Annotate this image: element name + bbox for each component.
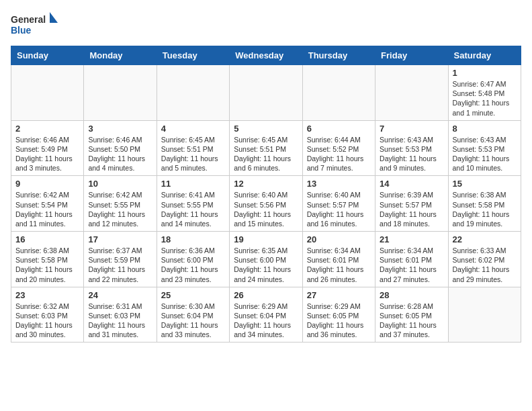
calendar-week-row: 1Sunrise: 6:47 AM Sunset: 5:48 PM Daylig…	[11, 65, 521, 121]
day-number: 27	[307, 290, 371, 300]
calendar-cell: 13Sunrise: 6:40 AM Sunset: 5:57 PM Dayli…	[302, 176, 375, 232]
calendar-cell: 5Sunrise: 6:45 AM Sunset: 5:51 PM Daylig…	[230, 120, 302, 176]
day-info: Sunrise: 6:29 AM Sunset: 6:04 PM Dayligh…	[234, 302, 298, 340]
day-info: Sunrise: 6:42 AM Sunset: 5:54 PM Dayligh…	[15, 190, 79, 228]
day-number: 28	[380, 290, 443, 300]
col-header-tuesday: Tuesday	[157, 46, 229, 65]
page-header: GeneralBlue	[11, 11, 521, 40]
col-header-thursday: Thursday	[302, 46, 375, 65]
day-number: 4	[161, 124, 225, 134]
day-info: Sunrise: 6:41 AM Sunset: 5:55 PM Dayligh…	[161, 190, 225, 228]
calendar-cell: 4Sunrise: 6:45 AM Sunset: 5:51 PM Daylig…	[157, 120, 229, 176]
day-number: 15	[453, 179, 517, 189]
calendar-cell: 26Sunrise: 6:29 AM Sunset: 6:04 PM Dayli…	[230, 287, 302, 342]
day-number: 2	[15, 124, 79, 134]
calendar-cell	[11, 65, 84, 121]
day-info: Sunrise: 6:34 AM Sunset: 6:01 PM Dayligh…	[307, 246, 371, 284]
calendar-week-row: 16Sunrise: 6:38 AM Sunset: 5:58 PM Dayli…	[11, 232, 521, 287]
day-info: Sunrise: 6:43 AM Sunset: 5:53 PM Dayligh…	[453, 135, 517, 173]
calendar-cell: 22Sunrise: 6:33 AM Sunset: 6:02 PM Dayli…	[448, 232, 521, 287]
calendar-cell	[302, 65, 375, 121]
svg-text:Blue: Blue	[11, 25, 32, 36]
day-info: Sunrise: 6:42 AM Sunset: 5:55 PM Dayligh…	[88, 190, 152, 228]
day-info: Sunrise: 6:46 AM Sunset: 5:50 PM Dayligh…	[88, 135, 152, 173]
calendar-cell: 27Sunrise: 6:29 AM Sunset: 6:05 PM Dayli…	[302, 287, 375, 342]
calendar-table: SundayMondayTuesdayWednesdayThursdayFrid…	[11, 46, 521, 342]
day-number: 5	[234, 124, 298, 134]
calendar-cell: 18Sunrise: 6:36 AM Sunset: 6:00 PM Dayli…	[157, 232, 229, 287]
calendar-cell: 21Sunrise: 6:34 AM Sunset: 6:01 PM Dayli…	[375, 232, 448, 287]
calendar-cell: 9Sunrise: 6:42 AM Sunset: 5:54 PM Daylig…	[11, 176, 84, 232]
day-info: Sunrise: 6:30 AM Sunset: 6:04 PM Dayligh…	[161, 302, 225, 340]
calendar-cell: 17Sunrise: 6:37 AM Sunset: 5:59 PM Dayli…	[84, 232, 157, 287]
day-number: 24	[88, 290, 152, 300]
col-header-saturday: Saturday	[448, 46, 521, 65]
day-info: Sunrise: 6:37 AM Sunset: 5:59 PM Dayligh…	[88, 246, 152, 284]
logo: GeneralBlue	[11, 11, 64, 40]
calendar-week-row: 9Sunrise: 6:42 AM Sunset: 5:54 PM Daylig…	[11, 176, 521, 232]
day-number: 18	[161, 234, 225, 244]
day-number: 3	[88, 124, 152, 134]
day-number: 16	[15, 234, 79, 244]
calendar-cell: 15Sunrise: 6:38 AM Sunset: 5:58 PM Dayli…	[448, 176, 521, 232]
svg-text:General: General	[11, 14, 46, 25]
day-number: 1	[453, 68, 517, 78]
calendar-cell: 25Sunrise: 6:30 AM Sunset: 6:04 PM Dayli…	[157, 287, 229, 342]
day-number: 9	[15, 179, 79, 189]
calendar-week-row: 2Sunrise: 6:46 AM Sunset: 5:49 PM Daylig…	[11, 120, 521, 176]
day-number: 25	[161, 290, 225, 300]
day-info: Sunrise: 6:29 AM Sunset: 6:05 PM Dayligh…	[307, 302, 371, 340]
day-info: Sunrise: 6:47 AM Sunset: 5:48 PM Dayligh…	[453, 79, 517, 118]
col-header-sunday: Sunday	[11, 46, 84, 65]
day-info: Sunrise: 6:34 AM Sunset: 6:01 PM Dayligh…	[380, 246, 443, 284]
day-number: 11	[161, 179, 225, 189]
day-info: Sunrise: 6:32 AM Sunset: 6:03 PM Dayligh…	[15, 302, 79, 340]
calendar-cell: 20Sunrise: 6:34 AM Sunset: 6:01 PM Dayli…	[302, 232, 375, 287]
day-info: Sunrise: 6:28 AM Sunset: 6:05 PM Dayligh…	[380, 302, 443, 340]
calendar-cell: 16Sunrise: 6:38 AM Sunset: 5:58 PM Dayli…	[11, 232, 84, 287]
day-number: 13	[307, 179, 371, 189]
calendar-cell: 14Sunrise: 6:39 AM Sunset: 5:57 PM Dayli…	[375, 176, 448, 232]
col-header-monday: Monday	[84, 46, 157, 65]
day-info: Sunrise: 6:36 AM Sunset: 6:00 PM Dayligh…	[161, 246, 225, 284]
calendar-cell: 28Sunrise: 6:28 AM Sunset: 6:05 PM Dayli…	[375, 287, 448, 342]
day-number: 19	[234, 234, 298, 244]
day-info: Sunrise: 6:45 AM Sunset: 5:51 PM Dayligh…	[161, 135, 225, 173]
day-info: Sunrise: 6:45 AM Sunset: 5:51 PM Dayligh…	[234, 135, 298, 173]
calendar-cell: 8Sunrise: 6:43 AM Sunset: 5:53 PM Daylig…	[448, 120, 521, 176]
calendar-week-row: 23Sunrise: 6:32 AM Sunset: 6:03 PM Dayli…	[11, 287, 521, 342]
day-number: 21	[380, 234, 443, 244]
calendar-cell: 24Sunrise: 6:31 AM Sunset: 6:03 PM Dayli…	[84, 287, 157, 342]
day-number: 8	[453, 124, 517, 134]
day-number: 26	[234, 290, 298, 300]
calendar-header-row: SundayMondayTuesdayWednesdayThursdayFrid…	[11, 46, 521, 65]
calendar-cell: 3Sunrise: 6:46 AM Sunset: 5:50 PM Daylig…	[84, 120, 157, 176]
col-header-wednesday: Wednesday	[230, 46, 302, 65]
calendar-cell: 6Sunrise: 6:44 AM Sunset: 5:52 PM Daylig…	[302, 120, 375, 176]
day-number: 17	[88, 234, 152, 244]
day-info: Sunrise: 6:43 AM Sunset: 5:53 PM Dayligh…	[380, 135, 443, 173]
svg-marker-2	[50, 12, 58, 23]
calendar-cell: 11Sunrise: 6:41 AM Sunset: 5:55 PM Dayli…	[157, 176, 229, 232]
day-info: Sunrise: 6:40 AM Sunset: 5:57 PM Dayligh…	[307, 190, 371, 228]
day-info: Sunrise: 6:46 AM Sunset: 5:49 PM Dayligh…	[15, 135, 79, 173]
calendar-cell: 12Sunrise: 6:40 AM Sunset: 5:56 PM Dayli…	[230, 176, 302, 232]
calendar-cell	[157, 65, 229, 121]
calendar-cell	[84, 65, 157, 121]
day-number: 7	[380, 124, 443, 134]
day-number: 14	[380, 179, 443, 189]
day-number: 10	[88, 179, 152, 189]
calendar-cell	[375, 65, 448, 121]
day-number: 22	[453, 234, 517, 244]
calendar-cell: 19Sunrise: 6:35 AM Sunset: 6:00 PM Dayli…	[230, 232, 302, 287]
day-info: Sunrise: 6:39 AM Sunset: 5:57 PM Dayligh…	[380, 190, 443, 228]
logo-svg: GeneralBlue	[11, 11, 64, 40]
day-info: Sunrise: 6:33 AM Sunset: 6:02 PM Dayligh…	[453, 246, 517, 284]
calendar-cell: 2Sunrise: 6:46 AM Sunset: 5:49 PM Daylig…	[11, 120, 84, 176]
day-number: 23	[15, 290, 79, 300]
day-info: Sunrise: 6:35 AM Sunset: 6:00 PM Dayligh…	[234, 246, 298, 284]
day-info: Sunrise: 6:40 AM Sunset: 5:56 PM Dayligh…	[234, 190, 298, 228]
day-info: Sunrise: 6:44 AM Sunset: 5:52 PM Dayligh…	[307, 135, 371, 173]
calendar-cell: 10Sunrise: 6:42 AM Sunset: 5:55 PM Dayli…	[84, 176, 157, 232]
day-number: 6	[307, 124, 371, 134]
